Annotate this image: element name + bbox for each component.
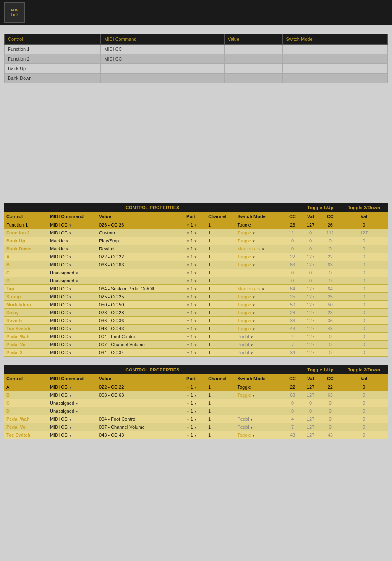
table-cell[interactable]: 1	[206, 407, 235, 415]
table-cell[interactable]: 022 - CC 22	[97, 383, 184, 391]
table-cell[interactable]: Toggle ▼	[235, 301, 285, 309]
table-cell[interactable]	[97, 407, 184, 415]
table-cell[interactable]: 1	[206, 333, 235, 341]
table-cell[interactable]: MIDI CC ▼	[48, 253, 97, 261]
table-cell[interactable]: MIDI CC ▼	[48, 423, 97, 431]
table-cell[interactable]: 1	[206, 399, 235, 407]
table-cell[interactable]: 1	[206, 349, 235, 357]
table-cell[interactable]: Toggle ▼	[235, 293, 285, 301]
table-cell[interactable]: ▼1▼	[184, 285, 206, 293]
table-cell[interactable]: 1	[206, 317, 235, 325]
table-cell[interactable]: Momentary ▼	[235, 245, 285, 253]
table-cell[interactable]: Custom	[97, 229, 184, 237]
table-cell[interactable]: MIDI CC ▼	[48, 349, 97, 357]
table-cell[interactable]: 1	[206, 423, 235, 431]
table-cell[interactable]: 1	[206, 221, 235, 229]
table-cell[interactable]: Play/Stop	[97, 237, 184, 245]
table-cell[interactable]: MIDI CC ▼	[48, 415, 97, 423]
table-cell[interactable]: 1	[206, 253, 235, 261]
table-cell[interactable]	[235, 277, 285, 285]
table-cell[interactable]: 1	[206, 293, 235, 301]
table-cell[interactable]: ▼1▼	[184, 341, 206, 349]
table-cell[interactable]: B	[4, 391, 48, 399]
table-cell[interactable]: Pedal ▼	[235, 415, 285, 423]
table-cell[interactable]	[97, 399, 184, 407]
table-cell[interactable]: Bank Up	[4, 237, 48, 245]
table-cell[interactable]: ▼1▼	[184, 407, 206, 415]
table-cell[interactable]: 1	[206, 431, 235, 439]
table-cell[interactable]: Unassigned ▼	[48, 269, 97, 277]
table-cell[interactable]: C	[4, 399, 48, 407]
table-cell[interactable]: MIDI CC ▼	[48, 221, 97, 229]
table-cell[interactable]: Modulation	[4, 301, 48, 309]
table-cell[interactable]: Pedal Vol	[4, 423, 48, 431]
table-cell[interactable]: Stomp	[4, 293, 48, 301]
table-cell[interactable]: 1	[206, 245, 235, 253]
table-cell[interactable]: 063 - CC 63	[97, 261, 184, 269]
table-cell[interactable]: 064 - Sustain Pedal On/Off	[97, 285, 184, 293]
table-cell[interactable]: 1	[206, 301, 235, 309]
table-cell[interactable]: Toggle ▼	[235, 229, 285, 237]
table-cell[interactable]: Unassigned ▼	[48, 407, 97, 415]
table-cell[interactable]: ▼1▼	[184, 293, 206, 301]
table-cell[interactable]: Toggle ▼	[235, 261, 285, 269]
table-cell[interactable]: 063 - CC 63	[97, 391, 184, 399]
table-cell[interactable]: MIDI CC ▼	[48, 317, 97, 325]
table-cell[interactable]	[235, 407, 285, 415]
table-cell[interactable]: 025 - CC 25	[97, 293, 184, 301]
table-cell[interactable]: Function 1	[4, 221, 48, 229]
table-cell[interactable]: 1	[206, 415, 235, 423]
table-cell[interactable]: ▼1▼	[184, 431, 206, 439]
table-cell[interactable]: D	[4, 277, 48, 285]
table-cell[interactable]: 1	[206, 261, 235, 269]
table-cell[interactable]: Pedal ▼	[235, 341, 285, 349]
table-cell[interactable]: Function 2	[4, 229, 48, 237]
table-cell[interactable]: Pedal ▼	[235, 423, 285, 431]
table-cell[interactable]: ▼1▼	[184, 391, 206, 399]
table-cell[interactable]	[97, 269, 184, 277]
table-cell[interactable]: A	[4, 253, 48, 261]
table-cell[interactable]: C	[4, 269, 48, 277]
table-cell[interactable]: 034 - CC 34	[97, 349, 184, 357]
table-cell[interactable]: ▼1▼	[184, 309, 206, 317]
table-cell[interactable]: ▼1▼	[184, 269, 206, 277]
table-cell[interactable]: Rewind	[97, 245, 184, 253]
table-cell[interactable]: Bank Down	[4, 245, 48, 253]
table-cell[interactable]: MIDI CC ▼	[48, 383, 97, 391]
table-cell[interactable]: 043 - CC 43	[97, 325, 184, 333]
table-cell[interactable]: Pedal Wah	[4, 333, 48, 341]
table-cell[interactable]: A	[4, 383, 48, 391]
table-cell[interactable]: ▼1▼	[184, 333, 206, 341]
table-cell[interactable]: Mackie ▼	[48, 245, 97, 253]
table-cell[interactable]: MIDI CC ▼	[48, 391, 97, 399]
table-cell[interactable]: ▼1▼	[184, 415, 206, 423]
table-cell[interactable]: Delay	[4, 309, 48, 317]
table-cell[interactable]: Pedal Wah	[4, 415, 48, 423]
table-cell[interactable]: MIDI CC ▼	[48, 309, 97, 317]
table-cell[interactable]: Toggle	[235, 383, 285, 391]
table-cell[interactable]: MIDI CC ▼	[48, 293, 97, 301]
table-cell[interactable]: 007 - Channel Volume	[97, 341, 184, 349]
table-cell[interactable]: ▼1▼	[184, 317, 206, 325]
table-cell[interactable]: 022 - CC 22	[97, 253, 184, 261]
table-cell[interactable]: MIDI CC ▼	[48, 229, 97, 237]
table-cell[interactable]: ▼1▼	[184, 349, 206, 357]
table-cell[interactable]: 043 - CC 43	[97, 431, 184, 439]
table-cell[interactable]: ▼1▼	[184, 229, 206, 237]
table-cell[interactable]: ▼1▼	[184, 399, 206, 407]
table-cell[interactable]: 004 - Foot Control	[97, 415, 184, 423]
table-cell[interactable]: 026 - CC 26	[97, 221, 184, 229]
table-cell[interactable]: Toggle ▼	[235, 237, 285, 245]
table-cell[interactable]: Toe Switch	[4, 325, 48, 333]
table-cell[interactable]: 007 - Channel Volume	[97, 423, 184, 431]
table-cell[interactable]: ▼1▼	[184, 253, 206, 261]
table-cell[interactable]: Toggle	[235, 221, 285, 229]
table-cell[interactable]: Reverb	[4, 317, 48, 325]
table-cell[interactable]: 1	[206, 237, 235, 245]
table-cell[interactable]	[97, 277, 184, 285]
table-cell[interactable]: 1	[206, 285, 235, 293]
table-cell[interactable]: Momentary ▼	[235, 285, 285, 293]
table-cell[interactable]: ▼1▼	[184, 245, 206, 253]
table-cell[interactable]: Toggle ▼	[235, 391, 285, 399]
table-cell[interactable]: 028 - CC 28	[97, 309, 184, 317]
